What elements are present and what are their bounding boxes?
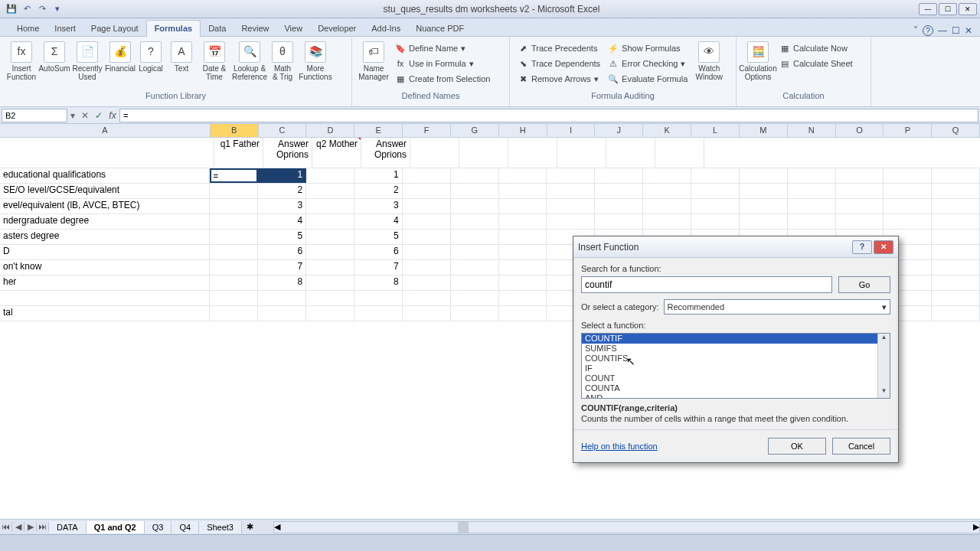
cell[interactable] bbox=[306, 214, 354, 229]
cell[interactable] bbox=[547, 184, 595, 198]
function-item-counta[interactable]: COUNTA bbox=[582, 383, 890, 393]
recently-used-button[interactable]: 📄RecentlyUsed bbox=[70, 38, 104, 81]
minimize-button[interactable]: — bbox=[919, 3, 937, 15]
define-name-button[interactable]: 🔖Define Name ▾ bbox=[392, 41, 493, 55]
cell[interactable]: 6 bbox=[354, 245, 403, 259]
cell[interactable] bbox=[788, 168, 836, 183]
undo-icon[interactable]: ↶ bbox=[20, 2, 34, 16]
text-button[interactable]: AText bbox=[167, 38, 196, 73]
col-header-k[interactable]: K bbox=[643, 124, 691, 137]
show-formulas-button[interactable]: ⚡Show Formulas bbox=[605, 41, 691, 55]
cell[interactable]: educational qualifications bbox=[0, 168, 210, 183]
col-header-j[interactable]: J bbox=[595, 124, 643, 137]
cell[interactable]: 1 bbox=[354, 168, 403, 183]
cell[interactable] bbox=[210, 276, 258, 290]
cell[interactable] bbox=[410, 138, 459, 168]
cell[interactable] bbox=[0, 138, 214, 168]
dialog-close-button[interactable]: ✕ bbox=[874, 240, 893, 254]
cell[interactable] bbox=[306, 276, 354, 290]
cell[interactable] bbox=[836, 199, 884, 214]
col-header-d[interactable]: D bbox=[306, 124, 354, 137]
cell[interactable] bbox=[451, 199, 499, 214]
tab-formulas[interactable]: Formulas bbox=[146, 20, 201, 37]
cell[interactable] bbox=[451, 276, 499, 290]
go-button[interactable]: Go bbox=[838, 276, 890, 293]
cell[interactable] bbox=[740, 168, 788, 183]
sheet-nav-last-icon[interactable]: ⏭ bbox=[37, 522, 49, 532]
calculate-now-button[interactable]: ▦Calculate Now bbox=[776, 41, 856, 55]
remove-arrows-button[interactable]: ✖Remove Arrows ▾ bbox=[514, 72, 603, 86]
cell[interactable] bbox=[740, 184, 788, 198]
function-item-countif[interactable]: COUNTIF bbox=[582, 334, 890, 344]
logical-button[interactable]: ?Logical bbox=[136, 38, 165, 73]
cell[interactable] bbox=[884, 168, 932, 183]
cell[interactable] bbox=[499, 214, 547, 229]
col-header-h[interactable]: H bbox=[499, 124, 547, 137]
cell[interactable]: evel/equivalent (lB, AVCE, BTEC) bbox=[0, 199, 210, 214]
cell[interactable] bbox=[547, 199, 595, 214]
help-icon[interactable]: ? bbox=[923, 25, 933, 36]
cell[interactable] bbox=[788, 199, 836, 214]
cell[interactable] bbox=[210, 214, 258, 229]
col-header-c[interactable]: C bbox=[259, 124, 307, 137]
cell[interactable] bbox=[655, 138, 704, 168]
dialog-help-button[interactable]: ? bbox=[852, 240, 872, 254]
tab-page-layout[interactable]: Page Layout bbox=[83, 21, 146, 36]
cell[interactable] bbox=[595, 199, 643, 214]
cell[interactable]: asters degree bbox=[0, 230, 210, 244]
sheet-tab-q4[interactable]: Q4 bbox=[172, 521, 199, 533]
evaluate-formula-button[interactable]: 🔍Evaluate Formula bbox=[605, 72, 691, 86]
horizontal-scrollbar[interactable]: ◀ ▶ bbox=[273, 521, 980, 533]
cell[interactable] bbox=[451, 168, 499, 183]
cell[interactable] bbox=[403, 230, 451, 244]
cell[interactable] bbox=[884, 199, 932, 214]
cell[interactable] bbox=[691, 214, 740, 229]
cell[interactable]: 5 bbox=[258, 230, 306, 244]
save-icon[interactable]: 💾 bbox=[5, 2, 18, 16]
cell[interactable] bbox=[691, 199, 740, 214]
cell[interactable] bbox=[258, 306, 306, 321]
tab-addins[interactable]: Add-Ins bbox=[364, 21, 408, 36]
name-manager-button[interactable]: 🏷NameManager bbox=[357, 38, 390, 81]
cell[interactable] bbox=[499, 184, 547, 198]
cell[interactable] bbox=[499, 230, 547, 244]
scroll-down-icon[interactable]: ▼ bbox=[878, 387, 890, 398]
more-functions-button[interactable]: 📚MoreFunctions bbox=[299, 38, 332, 81]
cell[interactable] bbox=[210, 199, 258, 214]
cell[interactable] bbox=[306, 199, 354, 214]
trace-precedents-button[interactable]: ⬈Trace Precedents bbox=[514, 41, 603, 55]
col-header-b[interactable]: B bbox=[211, 124, 259, 137]
cell[interactable] bbox=[403, 168, 451, 183]
cell[interactable] bbox=[210, 184, 258, 198]
cell[interactable] bbox=[403, 260, 451, 275]
tab-home[interactable]: Home bbox=[9, 21, 47, 36]
date-time-button[interactable]: 📅Date &Time bbox=[198, 38, 231, 81]
watch-window-button[interactable]: 👁WatchWindow bbox=[692, 38, 726, 81]
sheet-nav-prev-icon[interactable]: ◀ bbox=[12, 522, 24, 532]
maximize-button[interactable]: ☐ bbox=[939, 3, 957, 15]
tab-review[interactable]: Review bbox=[234, 21, 276, 36]
cell[interactable] bbox=[740, 199, 788, 214]
cell[interactable] bbox=[0, 291, 210, 305]
function-item-and[interactable]: AND bbox=[582, 393, 890, 399]
ribbon-minimize-icon[interactable]: — bbox=[938, 25, 947, 36]
sheet-nav-next-icon[interactable]: ▶ bbox=[24, 522, 37, 532]
cell[interactable]: 4 bbox=[258, 214, 306, 229]
cell[interactable] bbox=[354, 306, 403, 321]
col-header-g[interactable]: G bbox=[451, 124, 499, 137]
cell[interactable]: SE/O level/GCSE/equivalent bbox=[0, 184, 210, 198]
help-on-function-link[interactable]: Help on this function bbox=[581, 442, 658, 451]
tab-nuance-pdf[interactable]: Nuance PDF bbox=[408, 21, 472, 36]
qat-dropdown-icon[interactable]: ▾ bbox=[51, 2, 64, 16]
cell[interactable]: 5 bbox=[354, 230, 403, 244]
cell[interactable] bbox=[740, 214, 788, 229]
cell[interactable] bbox=[932, 230, 980, 244]
cell[interactable] bbox=[258, 291, 306, 305]
cell[interactable] bbox=[932, 184, 980, 198]
accept-formula-icon[interactable]: ✓ bbox=[92, 110, 106, 121]
cell[interactable] bbox=[451, 230, 499, 244]
cell[interactable] bbox=[499, 276, 547, 290]
cell[interactable] bbox=[403, 245, 451, 259]
cell[interactable] bbox=[547, 168, 595, 183]
cell[interactable]: 1 bbox=[258, 168, 306, 183]
